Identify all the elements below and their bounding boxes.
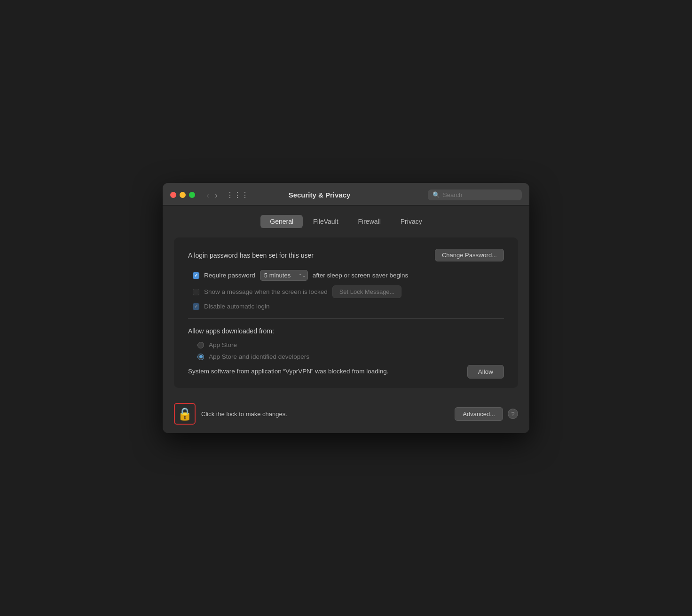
change-password-button[interactable]: Change Password... [435,249,504,261]
section-divider [188,318,504,319]
traffic-lights [170,192,195,198]
password-delay-select[interactable]: immediately 5 seconds 1 minute 5 minutes… [260,270,308,281]
lock-label: Click the lock to make changes. [201,411,449,418]
search-box: 🔍 [428,190,522,200]
password-delay-wrapper: immediately 5 seconds 1 minute 5 minutes… [260,270,308,281]
fullscreen-button[interactable] [189,192,195,198]
show-message-row: Show a message when the screen is locked… [188,285,504,298]
tab-firewall[interactable]: Firewall [349,215,390,228]
require-password-label: Require password [204,272,255,279]
footer: 🔒 Click the lock to make changes. Advanc… [163,397,529,433]
search-icon: 🔍 [432,191,440,198]
require-password-row: Require password immediately 5 seconds 1… [188,270,504,281]
lock-icon: 🔒 [177,407,192,421]
disable-autologin-label: Disable automatic login [204,303,270,310]
radio-app-store-row: App Store [188,341,504,348]
tab-bar: General FileVault Firewall Privacy [174,215,518,228]
close-button[interactable] [170,192,176,198]
search-input[interactable] [443,191,513,198]
tab-filevault[interactable]: FileVault [304,215,347,228]
password-notice-label: A login password has been set for this u… [188,252,428,259]
blocked-software-row: System software from application “VyprVP… [188,365,504,379]
radio-identified-developers[interactable] [197,354,204,360]
radio-identified-row: App Store and identified developers [188,353,504,360]
allow-button[interactable]: Allow [467,365,504,379]
blocked-software-text: System software from application “VyprVP… [188,367,388,376]
tab-privacy[interactable]: Privacy [391,215,432,228]
disable-autologin-checkbox[interactable] [193,303,199,310]
content-area: General FileVault Firewall Privacy A log… [163,205,529,388]
set-lock-message-button[interactable]: Set Lock Message... [332,285,402,298]
footer-right: Advanced... ? [455,407,518,421]
minimize-button[interactable] [180,192,186,198]
radio-app-store[interactable] [197,342,204,348]
disable-autologin-row: Disable automatic login [188,303,504,310]
help-button[interactable]: ? [508,409,518,419]
back-button[interactable]: ‹ [204,191,211,199]
window-title: Security & Privacy [216,191,423,199]
settings-panel: A login password has been set for this u… [174,237,518,388]
show-message-label: Show a message when the screen is locked [204,288,328,295]
advanced-button[interactable]: Advanced... [455,407,503,421]
titlebar: ‹ › ⋮⋮⋮ Security & Privacy 🔍 [163,183,529,205]
radio-identified-label: App Store and identified developers [209,353,309,360]
after-sleep-label: after sleep or screen saver begins [313,272,408,279]
show-message-checkbox[interactable] [193,289,199,295]
radio-app-store-label: App Store [209,341,237,348]
tab-general[interactable]: General [260,215,303,228]
main-window: ‹ › ⋮⋮⋮ Security & Privacy 🔍 General Fil… [163,183,529,433]
allow-apps-title: Allow apps downloaded from: [188,327,504,335]
password-notice-row: A login password has been set for this u… [188,249,504,261]
lock-button[interactable]: 🔒 [174,403,196,425]
require-password-checkbox[interactable] [193,272,199,279]
